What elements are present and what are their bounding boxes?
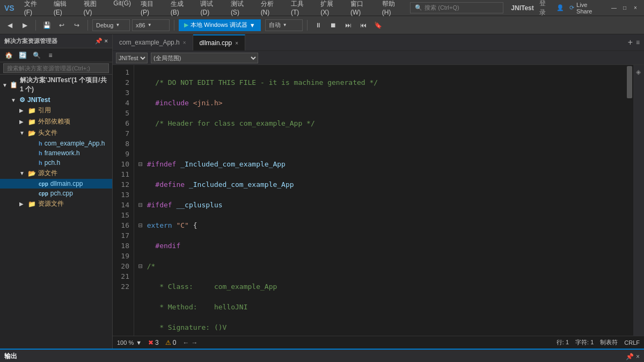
warning-badge[interactable]: ⚠ 0 xyxy=(165,339,177,346)
window-controls: — □ × xyxy=(610,4,640,12)
login-btn[interactable]: 登录 xyxy=(539,0,551,17)
file-tree: ▼ 📋 解决方案'JNITest'(1 个项目/共 1 个) ▼ ⚙ JNITe… xyxy=(0,75,112,349)
target-dropdown[interactable]: 自动 ▼ xyxy=(265,19,303,31)
undo-btn[interactable]: ↩ xyxy=(55,19,68,32)
rp-icon-1[interactable]: ◈ xyxy=(634,67,643,77)
toolbar-sep4 xyxy=(307,20,308,31)
redo-btn[interactable]: ↪ xyxy=(70,19,83,32)
close-button[interactable]: × xyxy=(631,4,640,12)
tree-item-project[interactable]: ▼ ⚙ JNITest xyxy=(0,95,112,105)
zoom-control[interactable]: 100 % ▼ xyxy=(117,339,142,346)
tree-item-headers[interactable]: ▼ 📂 头文件 xyxy=(0,127,112,139)
search-icon: 🔍 xyxy=(415,4,422,11)
tree-item-pch-cpp[interactable]: ▶ cpp pch.cpp xyxy=(0,189,112,198)
toolbar-fwd[interactable]: ▶ xyxy=(18,19,31,32)
project-icon: ⚙ xyxy=(19,96,25,104)
error-icon: ✖ xyxy=(148,339,153,346)
menu-test[interactable]: 测试(S) xyxy=(226,0,255,17)
save-btn[interactable]: 💾 xyxy=(40,19,53,32)
sidebar-sync-icon[interactable]: 🔄 xyxy=(16,49,29,62)
tree-item-references[interactable]: ▶ 📁 引用 xyxy=(0,105,112,116)
menu-edit[interactable]: 编辑(E) xyxy=(49,0,78,17)
tab-dllmain-close[interactable]: × xyxy=(235,40,238,46)
sidebar-search-input[interactable] xyxy=(3,63,109,73)
references-label: 引用 xyxy=(38,106,51,115)
menu-debug[interactable]: 调试(D) xyxy=(196,0,225,17)
menu-view[interactable]: 视图(V) xyxy=(79,0,108,17)
line-num-20: 20 xyxy=(115,261,129,271)
sidebar-search-area xyxy=(0,62,112,75)
next-error-btn[interactable]: → xyxy=(191,339,197,346)
menu-analyze[interactable]: 分析(N) xyxy=(257,0,286,17)
global-search[interactable]: 🔍 搜索 (Ctrl+Q) xyxy=(410,2,503,13)
tree-item-source[interactable]: ▼ 📂 源文件 xyxy=(0,168,112,179)
sidebar-home-icon[interactable]: 🏠 xyxy=(2,49,15,62)
minimize-button[interactable]: — xyxy=(610,4,618,12)
code-line-9: #endif xyxy=(138,241,621,251)
sidebar-close-icon[interactable]: × xyxy=(105,38,108,45)
menu-help[interactable]: 帮助(H) xyxy=(378,0,407,17)
search-placeholder: 搜索 (Ctrl+Q) xyxy=(425,4,459,12)
menu-git[interactable]: Git(G) xyxy=(109,0,135,17)
resources-folder-icon: 📁 xyxy=(28,200,36,208)
tree-item-pch-h[interactable]: ▶ h pch.h xyxy=(0,158,112,168)
output-close-icon[interactable]: × xyxy=(636,353,640,360)
config-dropdown[interactable]: Debug ▼ xyxy=(92,19,130,31)
sidebar-title: 解决方案资源管理器 xyxy=(4,37,57,45)
bookmark-btn[interactable]: 🔖 xyxy=(372,19,385,32)
tree-item-framework[interactable]: ▶ h framework.h xyxy=(0,148,112,158)
debug-btn4[interactable]: ⏮ xyxy=(357,19,370,32)
add-tab-btn[interactable]: + xyxy=(628,38,633,47)
prev-error-btn[interactable]: ← xyxy=(182,339,189,346)
menu-tools[interactable]: 工具(T) xyxy=(287,0,315,17)
live-share-btn[interactable]: ⟳ Live Share xyxy=(569,2,602,15)
sidebar-pin-icon[interactable]: 📌 xyxy=(95,38,103,45)
source-folder-icon: 📂 xyxy=(28,170,36,177)
tree-item-resources[interactable]: ▶ 📁 资源文件 xyxy=(0,198,112,209)
menu-file[interactable]: 文件(F) xyxy=(20,0,48,17)
line-num-2: 2 xyxy=(115,77,129,88)
nav-scope-right[interactable]: (全局范围) xyxy=(151,53,258,63)
title-right: JNITest 登录 👤 ⟳ Live Share xyxy=(511,0,602,17)
tree-item-solution[interactable]: ▼ 📋 解决方案'JNITest'(1 个项目/共 1 个) xyxy=(0,75,112,95)
line-num-19: 19 xyxy=(115,251,129,261)
tab-list-btn[interactable]: ≡ xyxy=(636,39,640,46)
tree-item-dllmain[interactable]: ▶ cpp dllmain.cpp xyxy=(0,179,112,189)
debug-btn3[interactable]: ⏭ xyxy=(342,19,355,32)
sidebar-collapse-icon[interactable]: ≡ xyxy=(44,49,57,62)
code-line-8: ⊟ extern "C" { xyxy=(138,220,621,230)
maximize-button[interactable]: □ xyxy=(620,4,629,12)
nav-scope-left[interactable]: JNITest xyxy=(116,53,148,63)
tree-item-comexample[interactable]: ▶ h com_example_App.h xyxy=(0,139,112,148)
menu-window[interactable]: 窗口(W) xyxy=(346,0,377,17)
tree-item-external[interactable]: ▶ 📁 外部依赖项 xyxy=(0,116,112,127)
tab-comexample-close[interactable]: × xyxy=(183,40,186,46)
code-editor[interactable]: /* DO NOT EDIT THIS FILE - it is machine… xyxy=(134,65,626,336)
error-badge[interactable]: ✖ 3 xyxy=(148,339,159,346)
tab-dllmain[interactable]: dllmain.cpp × xyxy=(193,34,246,50)
debug-btn2[interactable]: ⏹ xyxy=(327,19,340,32)
tab-dllmain-label: dllmain.cpp xyxy=(200,39,232,47)
platform-dropdown[interactable]: x86 ▼ xyxy=(132,19,170,31)
run-button[interactable]: ▶ 本地 Windows 调试器 ▼ xyxy=(179,19,261,31)
line-num-3: 3 xyxy=(115,88,129,98)
output-pin-icon[interactable]: 📌 xyxy=(626,353,634,360)
toolbar-back[interactable]: ◀ xyxy=(3,19,16,32)
dllmain-label: dllmain.cpp xyxy=(50,180,83,187)
editor-scrollbar[interactable] xyxy=(626,65,633,336)
code-line-12: * Method: helloJNI xyxy=(138,302,621,312)
menu-project[interactable]: 项目(P) xyxy=(136,0,165,17)
line-num-14: 14 xyxy=(115,200,129,210)
menu-extensions[interactable]: 扩展(X) xyxy=(316,0,345,17)
project-arrow-icon: ▼ xyxy=(11,97,19,103)
debug-btn1[interactable]: ⏸ xyxy=(312,19,325,32)
warning-icon: ⚠ xyxy=(165,339,171,346)
sidebar-filter-icon[interactable]: 🔍 xyxy=(30,49,43,62)
sidebar-toolbar: 🏠 🔄 🔍 ≡ xyxy=(0,48,112,62)
tab-comexample[interactable]: com_example_App.h × xyxy=(113,34,193,50)
menu-build[interactable]: 生成(B) xyxy=(166,0,195,17)
bottom-panel: 输出 📌 × 显示输出来源(S): Qt VS Tools ⏫ ⏬ ⏩ ⊟ ↕ … xyxy=(0,349,644,362)
solution-label: 解决方案'JNITest'(1 个项目/共 1 个) xyxy=(20,76,110,94)
output-header: 输出 📌 × xyxy=(0,350,644,362)
line-num-8: 8 xyxy=(115,139,129,149)
